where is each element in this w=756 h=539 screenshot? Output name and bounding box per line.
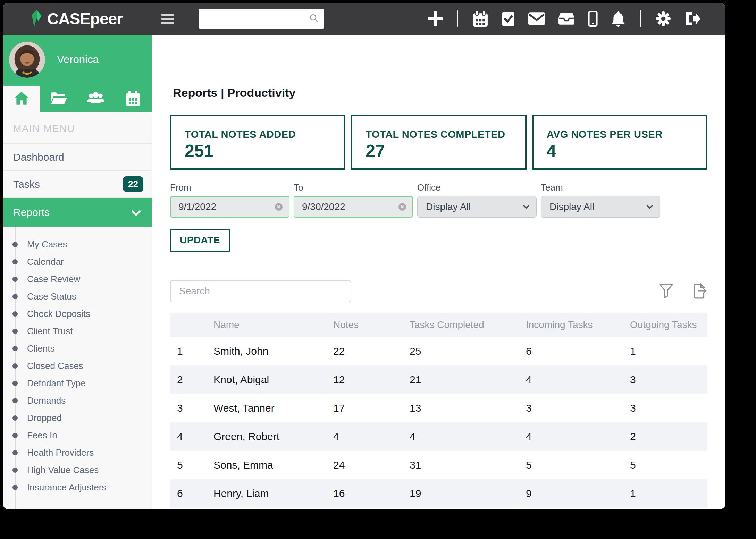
from-label: From [170, 182, 289, 193]
reports-submenu-item[interactable]: Health Providers [3, 444, 152, 461]
inbox-icon[interactable] [558, 12, 575, 25]
page-title: Reports | Productivity [173, 86, 707, 100]
sidebar-user-panel: Veronica [3, 35, 152, 112]
chevron-down-icon [523, 205, 529, 209]
add-icon[interactable] [428, 11, 443, 26]
tasks-check-icon[interactable] [501, 11, 515, 27]
sidebar-tabs [3, 86, 152, 112]
to-label: To [294, 182, 413, 193]
cell-rank: 2 [170, 374, 207, 386]
stat-card-avg-notes-per-user: AVG NOTES PER USER 4 [532, 115, 707, 170]
clear-to-date-icon[interactable] [398, 202, 407, 211]
table-row: 3 West, Tanner 17 13 3 3 [170, 394, 707, 422]
report-filters: From 9/1/2022 To 9/30/2022 Off [170, 182, 707, 218]
user-avatar[interactable] [9, 42, 45, 78]
submenu-item-label: Check Deposits [27, 309, 90, 319]
divider [457, 10, 458, 27]
divider [640, 10, 641, 27]
column-header[interactable]: Outgoing Tasks [623, 319, 707, 330]
reports-submenu-item[interactable]: My Cases [3, 236, 152, 253]
submenu-item-label: Defndant Type [27, 378, 86, 389]
team-label: Team [541, 182, 660, 193]
stat-cards: TOTAL NOTES ADDED 251 TOTAL NOTES COMPLE… [170, 115, 707, 170]
sidebar-item-reports[interactable]: Reports [3, 197, 152, 227]
reports-submenu-item[interactable]: Defndant Type [3, 374, 152, 392]
submenu-item-label: Case Review [27, 274, 80, 285]
office-select[interactable]: Display All [417, 196, 537, 218]
cell-name: Sons, Emma [207, 459, 326, 471]
export-icon[interactable] [691, 283, 707, 299]
cell-tasks-completed: 25 [403, 345, 519, 357]
column-header[interactable]: Name [207, 319, 326, 330]
sidebar-item-label: Reports [13, 207, 50, 218]
notifications-bell-icon[interactable] [611, 11, 625, 27]
filter-funnel-icon[interactable] [659, 284, 673, 299]
cell-name: Smith, John [207, 345, 326, 357]
stat-card-total-notes-completed: TOTAL NOTES COMPLETED 27 [351, 115, 526, 170]
column-header[interactable]: Tasks Completed [403, 319, 519, 330]
cell-incoming-tasks: 6 [519, 345, 623, 357]
reports-submenu-item[interactable]: Client Trust [3, 322, 152, 340]
submenu-item-label: Health Providers [27, 447, 94, 458]
reports-submenu-item[interactable]: Check Deposits [3, 305, 152, 322]
to-date-input[interactable]: 9/30/2022 [294, 196, 413, 218]
sidebar-item-dashboard[interactable]: Dashboard [3, 143, 152, 170]
tab-calendar[interactable] [115, 86, 152, 112]
cell-name: West, Tanner [207, 402, 326, 414]
cell-rank: 3 [170, 402, 207, 414]
cell-incoming-tasks: 9 [519, 488, 623, 499]
tasks-count-badge: 22 [123, 176, 143, 192]
cell-notes: 22 [326, 345, 403, 357]
reports-submenu-item[interactable]: Calendar [3, 253, 152, 270]
cell-notes: 12 [326, 374, 403, 386]
tab-home[interactable] [3, 86, 40, 112]
folder-open-icon [50, 92, 67, 106]
reports-submenu-item[interactable]: Case Status [3, 288, 152, 305]
sidebar-item-tasks[interactable]: Tasks 22 [3, 170, 152, 197]
reports-submenu-item[interactable]: Insurance Adjusters [3, 479, 152, 496]
cell-tasks-completed: 21 [403, 374, 519, 386]
home-icon [14, 91, 30, 107]
clear-from-date-icon[interactable] [274, 202, 283, 211]
brand-name: CASEpeer [47, 9, 123, 28]
update-button[interactable]: UPDATE [170, 229, 230, 252]
column-header[interactable]: Notes [326, 319, 403, 330]
cell-notes: 17 [326, 402, 403, 414]
table-search-input[interactable] [170, 280, 351, 302]
reports-submenu-item[interactable]: Clients [3, 340, 152, 357]
productivity-table: NameNotesTasks CompletedIncoming TasksOu… [170, 313, 707, 508]
tab-cases[interactable] [40, 86, 77, 112]
cell-outgoing-tasks: 1 [623, 345, 707, 357]
cell-outgoing-tasks: 3 [623, 402, 707, 414]
column-header[interactable]: Incoming Tasks [519, 319, 623, 330]
table-row: 5 Sons, Emma 24 31 5 5 [170, 451, 707, 479]
calendar-icon[interactable] [473, 11, 488, 27]
table-toolbar [170, 280, 707, 302]
tab-contacts[interactable] [77, 86, 115, 112]
table-row: 6 Henry, Liam 16 19 9 1 [170, 479, 707, 508]
from-date-input[interactable]: 9/1/2022 [170, 196, 289, 218]
submenu-item-label: Dropped [27, 413, 62, 423]
submenu-item-label: Insurance Adjusters [27, 482, 106, 493]
cell-incoming-tasks: 3 [519, 402, 623, 414]
settings-gear-icon[interactable] [655, 11, 671, 27]
mobile-icon[interactable] [588, 11, 598, 27]
brand-logo[interactable]: CASEpeer [28, 9, 123, 28]
reports-submenu-item[interactable]: High Value Cases [3, 461, 152, 479]
logout-icon[interactable] [684, 11, 701, 27]
reports-submenu-item[interactable]: Dropped [3, 409, 152, 427]
reports-submenu-item[interactable]: Case Review [3, 270, 152, 288]
reports-submenu-item[interactable]: Fees In [3, 427, 152, 444]
reports-submenu-item[interactable]: Closed Cases [3, 357, 152, 374]
cell-rank: 6 [170, 488, 207, 499]
reports-submenu-item[interactable]: Demands [3, 392, 152, 409]
mail-icon[interactable] [528, 12, 545, 25]
main-content: Reports | Productivity TOTAL NOTES ADDED… [152, 35, 725, 509]
cell-notes: 4 [326, 431, 403, 443]
cell-rank: 1 [170, 345, 207, 357]
cell-rank: 5 [170, 459, 207, 471]
hamburger-menu-icon[interactable] [161, 14, 174, 24]
global-search-input[interactable] [199, 14, 309, 24]
app-window: CASEpeer [3, 3, 725, 509]
team-select[interactable]: Display All [541, 196, 660, 218]
